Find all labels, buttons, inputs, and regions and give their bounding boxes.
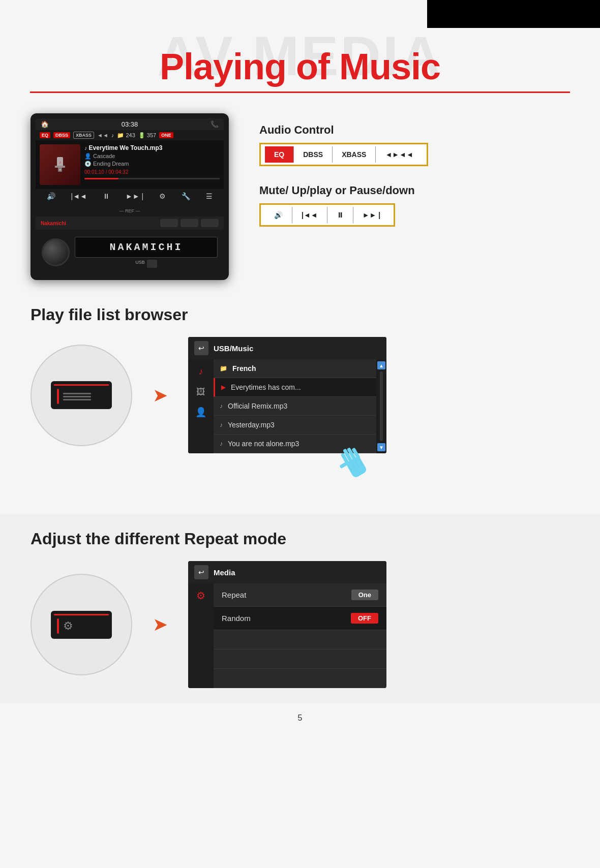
eq-ctrl-btn[interactable]: EQ bbox=[265, 146, 294, 163]
track-name: ♪ Everytime We Touch.mp3 bbox=[84, 144, 220, 151]
device-mockup: 🏠 03:38 📞 EQ DBSS XBASS ◄◄ ♪ 📁 243 🔋 357… bbox=[31, 113, 229, 280]
track-3-name: You are not alone.mp3 bbox=[228, 440, 299, 448]
bottom-btn-2[interactable] bbox=[181, 219, 198, 227]
empty-item-2 bbox=[214, 649, 386, 669]
fb-back-button[interactable]: ↩ bbox=[194, 341, 208, 355]
eq-badge: EQ bbox=[40, 132, 50, 138]
list-item[interactable]: 📁 French bbox=[214, 359, 376, 378]
scroll-track bbox=[380, 371, 383, 441]
battery-count: 🔋 357 bbox=[138, 132, 156, 139]
random-item[interactable]: Random OFF bbox=[214, 607, 386, 630]
usb-icon: ♪ bbox=[50, 154, 70, 175]
physical-btn-1[interactable] bbox=[147, 260, 157, 268]
prev-ctrl[interactable]: |◄◄ bbox=[71, 192, 87, 200]
screen-time: 03:38 bbox=[122, 120, 138, 128]
page-number: 5 bbox=[298, 714, 303, 722]
mini-settings-indicator bbox=[57, 618, 59, 634]
sp-gear-icon: ⚙ bbox=[193, 587, 209, 604]
svg-point-3 bbox=[59, 169, 61, 171]
svg-rect-1 bbox=[55, 166, 65, 168]
fb-video-icon: 👤 bbox=[193, 404, 209, 420]
screen-body: ♪ ♪ Everytime We Touch.mp3 👤 Cascade bbox=[36, 140, 224, 189]
list-item[interactable]: ♪ Official Remix.mp3 bbox=[214, 397, 376, 416]
controls-info: Audio Control EQ DBSS XBASS ◄►◄◄ Mute/ U… bbox=[259, 113, 569, 244]
repeat-item[interactable]: Repeat One bbox=[214, 583, 386, 607]
hand-pointer bbox=[336, 443, 376, 491]
svg-text:♪: ♪ bbox=[59, 160, 61, 165]
music-icon: ♪ bbox=[111, 132, 114, 138]
track-time: 00:01:10 / 00:04:32 bbox=[84, 169, 220, 175]
one-badge: ONE bbox=[159, 132, 173, 138]
folder-icon: 📁 bbox=[220, 365, 227, 372]
list-item[interactable]: ▶ Everytimes has com... bbox=[214, 378, 376, 397]
bottom-btn-1[interactable] bbox=[160, 219, 178, 227]
play-ctrl[interactable]: ⏸ bbox=[103, 192, 110, 200]
device-screen: 🏠 03:38 📞 EQ DBSS XBASS ◄◄ ♪ 📁 243 🔋 357… bbox=[36, 118, 224, 230]
mini-line-3 bbox=[63, 399, 91, 400]
sp-list: Repeat One Random OFF bbox=[214, 583, 386, 688]
screen-status-row: EQ DBSS XBASS ◄◄ ♪ 📁 243 🔋 357 ONE bbox=[36, 130, 224, 140]
mini-list-row bbox=[54, 387, 109, 406]
prev-icon-ctrl: |◄◄ bbox=[302, 211, 318, 219]
random-label: Random bbox=[222, 614, 251, 623]
device-display: NAKAMICHI bbox=[109, 241, 183, 253]
brand-name: Nakamichi bbox=[41, 221, 66, 226]
screen-controls: 🔊 |◄◄ ⏸ ►► | ⚙ 🔧 ☰ bbox=[36, 189, 224, 203]
fb-music-icon: ♪ bbox=[193, 363, 209, 380]
mute-control-section: Mute/ Up/play or Pause/down 🔊 |◄◄ ⏸ ►► | bbox=[259, 184, 569, 227]
sp-back-button[interactable]: ↩ bbox=[194, 565, 208, 579]
volume-knob[interactable] bbox=[42, 238, 70, 266]
scroll-down-btn[interactable]: ▼ bbox=[377, 443, 385, 451]
xbass-label: XBASS bbox=[342, 150, 366, 159]
next-ctrl[interactable]: ►► | bbox=[126, 192, 143, 200]
xbass-ctrl-btn[interactable]: XBASS bbox=[333, 146, 376, 163]
hand-pointer-container bbox=[31, 453, 569, 499]
ref-bar: — REF — bbox=[36, 203, 224, 216]
phone-icon: 📞 bbox=[211, 120, 219, 128]
list-ctrl[interactable]: ☰ bbox=[206, 192, 213, 200]
hand-icon bbox=[336, 443, 376, 489]
mini-settings-row: ⚙ bbox=[54, 616, 109, 636]
artist: 👤 Cascade bbox=[84, 153, 220, 160]
fb-body: ♪ 🖼 👤 📁 French ▶ Everytimes has com... ♪ bbox=[188, 359, 386, 453]
progress-bar bbox=[84, 178, 220, 179]
next-btn[interactable]: ►► | bbox=[353, 207, 390, 223]
folder-name: French bbox=[232, 364, 256, 373]
arrow-right-2: ➤ bbox=[153, 614, 168, 635]
settings-ctrl[interactable]: ⚙ bbox=[159, 192, 166, 200]
track-1-name: Official Remix.mp3 bbox=[228, 402, 287, 410]
random-value: OFF bbox=[351, 613, 378, 624]
device-outer: 🏠 03:38 📞 EQ DBSS XBASS ◄◄ ♪ 📁 243 🔋 357… bbox=[31, 113, 229, 280]
file-count: 📁 243 bbox=[117, 132, 135, 139]
mini-top-bar bbox=[54, 384, 109, 386]
bottom-btn-3[interactable] bbox=[201, 219, 219, 227]
wrench-ctrl[interactable]: 🔧 bbox=[182, 192, 190, 200]
audio-control-label: Audio Control bbox=[259, 123, 569, 137]
empty-item-1 bbox=[214, 630, 386, 649]
repeat-value: One bbox=[351, 590, 378, 600]
vol-ctrl[interactable]: 🔊 bbox=[47, 192, 55, 200]
device-zoom-circle bbox=[31, 345, 132, 446]
audio-control-section: Audio Control EQ DBSS XBASS ◄►◄◄ bbox=[259, 123, 569, 166]
fb-scrollbar: ▲ ▼ bbox=[376, 359, 386, 453]
mini-device bbox=[51, 381, 112, 409]
eq-label: EQ bbox=[274, 150, 284, 159]
mute-btn[interactable]: 🔊 bbox=[265, 207, 292, 223]
audio-extra-icon: ◄►◄◄ bbox=[385, 150, 413, 159]
playing-track-name: Everytimes has com... bbox=[231, 383, 301, 391]
pause-btn[interactable]: ⏸ bbox=[327, 207, 353, 223]
settings-zoom-circle: ⚙ bbox=[31, 574, 132, 675]
music-note-icon-2: ♪ bbox=[220, 421, 223, 428]
mute-control-label: Mute/ Up/play or Pause/down bbox=[259, 184, 569, 197]
fb-list: 📁 French ▶ Everytimes has com... ♪ Offic… bbox=[214, 359, 376, 453]
scroll-up-btn[interactable]: ▲ bbox=[377, 361, 385, 369]
prev-icon: ◄◄ bbox=[97, 132, 108, 138]
list-item[interactable]: ♪ Yesterday.mp3 bbox=[214, 416, 376, 435]
music-note-icon: ♪ bbox=[220, 402, 223, 410]
dbss-ctrl-btn[interactable]: DBSS bbox=[294, 146, 333, 163]
play-file-section: Play file list browser ➤ ↩ bbox=[0, 300, 600, 514]
mini-gear-icon: ⚙ bbox=[63, 619, 73, 633]
audio-extra-ctrl-btn[interactable]: ◄►◄◄ bbox=[376, 146, 422, 163]
prev-btn[interactable]: |◄◄ bbox=[292, 207, 327, 223]
usb-label: USB bbox=[135, 260, 145, 268]
